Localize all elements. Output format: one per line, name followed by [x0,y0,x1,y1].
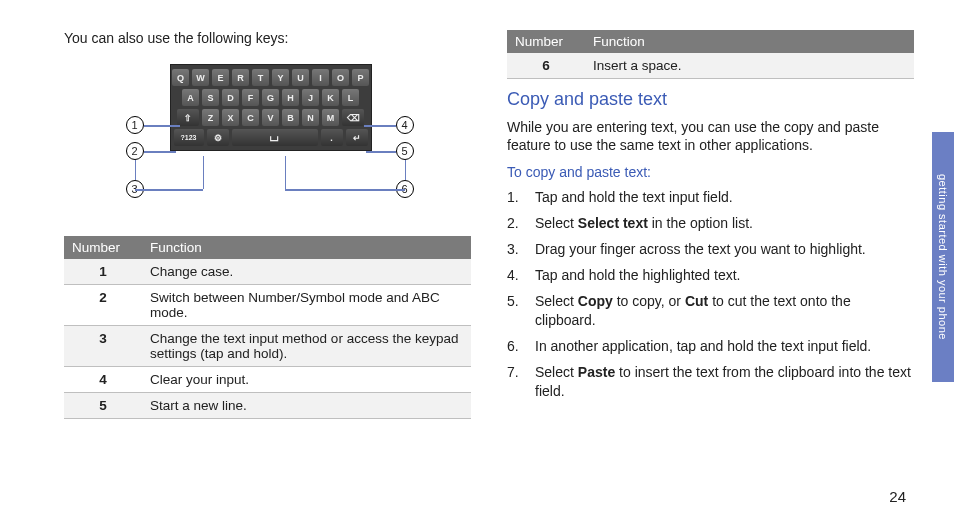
enter-key: ↵ [346,129,368,146]
mode-key: ?123 [174,129,204,146]
cell-number: 3 [64,326,142,367]
key: H [282,89,299,106]
list-item: 6.In another application, tap and hold t… [507,337,914,356]
keyboard-figure: QWERTYUIOP ASDFGHJKL ⇧ZXCVBNM⌫ ?123⚙⌴.↵ … [64,64,471,222]
callout-1: 1 [126,116,144,134]
keyboard-row-3: ⇧ZXCVBNM⌫ [174,109,368,126]
intro-text: You can also use the following keys: [64,30,471,46]
step-number: 6. [507,337,525,356]
key: G [262,89,279,106]
functions-table-right-body: 6Insert a space. [507,53,914,79]
list-item: 7.Select Paste to insert the text from t… [507,363,914,401]
table-row: 3Change the text input method or access … [64,326,471,367]
sub-heading: To copy and paste text: [507,164,914,180]
key: E [212,69,229,86]
callout-4: 4 [396,116,414,134]
key: P [352,69,369,86]
key: O [332,69,349,86]
right-column: Number Function 6Insert a space. Copy an… [507,30,914,425]
list-item: 3.Drag your finger across the text you w… [507,240,914,259]
key: I [312,69,329,86]
key: Q [172,69,189,86]
step-number: 4. [507,266,525,285]
th-number: Number [64,236,142,259]
space-key: ⌴ [232,129,318,146]
step-text: Select Select text in the option list. [535,214,753,233]
cell-number: 6 [507,53,585,79]
th-function: Function [142,236,471,259]
callout-5: 5 [396,142,414,160]
table-row: 4Clear your input. [64,367,471,393]
cell-number: 2 [64,285,142,326]
list-item: 1.Tap and hold the text input field. [507,188,914,207]
step-text: Select Copy to copy, or Cut to cut the t… [535,292,914,330]
table-row: 1Change case. [64,259,471,285]
side-tab-label: getting started with your phone [937,174,949,340]
key: A [182,89,199,106]
key: D [222,89,239,106]
key: Z [202,109,219,126]
dot-key: . [321,129,343,146]
key: X [222,109,239,126]
key: V [262,109,279,126]
table-row: 6Insert a space. [507,53,914,79]
step-text: Select Paste to insert the text from the… [535,363,914,401]
functions-table-right: Number Function 6Insert a space. [507,30,914,79]
table-row: 2Switch between Number/Symbol mode and A… [64,285,471,326]
key: T [252,69,269,86]
functions-table-left: Number Function 1Change case.2Switch bet… [64,236,471,419]
step-number: 3. [507,240,525,259]
key: B [282,109,299,126]
section-title: Copy and paste text [507,89,914,110]
keyboard: QWERTYUIOP ASDFGHJKL ⇧ZXCVBNM⌫ ?123⚙⌴.↵ [170,64,372,151]
left-column: You can also use the following keys: QWE… [64,30,471,425]
cell-function: Insert a space. [585,53,914,79]
step-text: In another application, tap and hold the… [535,337,871,356]
key: F [242,89,259,106]
keyboard-row-4: ?123⚙⌴.↵ [174,129,368,146]
cell-function: Change case. [142,259,471,285]
step-text: Tap and hold the text input field. [535,188,733,207]
list-item: 2.Select Select text in the option list. [507,214,914,233]
table-row: 5Start a new line. [64,393,471,419]
side-tab: getting started with your phone [932,132,954,382]
cell-function: Change the text input method or access t… [142,326,471,367]
key: K [322,89,339,106]
section-body: While you are entering text, you can use… [507,118,914,154]
cell-function: Start a new line. [142,393,471,419]
list-item: 4.Tap and hold the highlighted text. [507,266,914,285]
cell-number: 1 [64,259,142,285]
key: M [322,109,339,126]
cell-function: Switch between Number/Symbol mode and AB… [142,285,471,326]
step-text: Drag your finger across the text you wan… [535,240,866,259]
key: S [202,89,219,106]
page-number: 24 [889,488,906,505]
key: U [292,69,309,86]
callout-2: 2 [126,142,144,160]
functions-table-left-body: 1Change case.2Switch between Number/Symb… [64,259,471,419]
th-function: Function [585,30,914,53]
step-number: 1. [507,188,525,207]
shift-key: ⇧ [177,109,199,126]
key: C [242,109,259,126]
step-number: 5. [507,292,525,330]
list-item: 5.Select Copy to copy, or Cut to cut the… [507,292,914,330]
th-number: Number [507,30,585,53]
keyboard-row-2: ASDFGHJKL [174,89,368,106]
cell-number: 4 [64,367,142,393]
step-text: Tap and hold the highlighted text. [535,266,741,285]
cell-function: Clear your input. [142,367,471,393]
settings-key: ⚙ [207,129,229,146]
cell-number: 5 [64,393,142,419]
steps-list: 1.Tap and hold the text input field.2.Se… [507,188,914,400]
key: L [342,89,359,106]
key: W [192,69,209,86]
keyboard-row-1: QWERTYUIOP [174,69,368,86]
backspace-key: ⌫ [342,109,364,126]
step-number: 2. [507,214,525,233]
step-number: 7. [507,363,525,401]
key: R [232,69,249,86]
key: J [302,89,319,106]
key: Y [272,69,289,86]
key: N [302,109,319,126]
